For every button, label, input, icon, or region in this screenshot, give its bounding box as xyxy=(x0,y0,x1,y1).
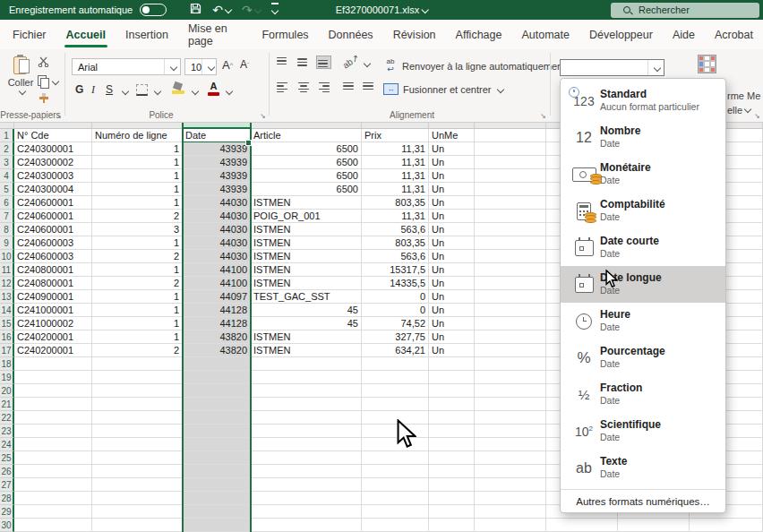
cell[interactable]: Un xyxy=(429,183,475,196)
cell[interactable] xyxy=(92,519,183,532)
cell[interactable] xyxy=(429,505,475,519)
cell[interactable] xyxy=(362,384,429,398)
cell[interactable] xyxy=(251,492,362,505)
cell[interactable] xyxy=(475,465,546,478)
copy-button[interactable] xyxy=(38,75,58,87)
cell[interactable] xyxy=(251,451,362,465)
cell[interactable]: 44030 xyxy=(183,250,251,263)
cell[interactable]: Un xyxy=(429,169,475,183)
orientation-dropdown-icon[interactable] xyxy=(364,60,371,67)
cell[interactable] xyxy=(475,169,546,183)
cell[interactable]: 1 xyxy=(92,290,183,304)
cell[interactable]: 43820 xyxy=(183,330,251,344)
tab-affichage[interactable]: Affichage xyxy=(446,20,512,49)
cell[interactable]: 2 xyxy=(92,210,183,223)
align-middle-icon[interactable] xyxy=(296,56,310,68)
cell[interactable]: 0 xyxy=(362,290,429,304)
cell[interactable]: 11,31 xyxy=(362,169,429,183)
row-header[interactable]: 8 xyxy=(0,223,14,236)
cell[interactable]: POIG_OR_001 xyxy=(251,210,362,223)
cell[interactable]: C240800001 xyxy=(14,277,92,290)
row-header[interactable]: 25 xyxy=(0,451,14,465)
tab-aide[interactable]: Aide xyxy=(663,20,705,49)
cell[interactable]: 44030 xyxy=(183,223,251,236)
orientation-icon[interactable]: ab↗ xyxy=(341,52,361,70)
cell[interactable] xyxy=(183,505,251,519)
font-name-combo[interactable]: Arial xyxy=(72,58,181,75)
cell[interactable] xyxy=(475,183,546,196)
cell[interactable] xyxy=(251,519,362,532)
tab-mise-en-page[interactable]: Mise en page xyxy=(178,20,253,49)
tab-données[interactable]: Données xyxy=(319,20,383,49)
align-right-icon[interactable] xyxy=(317,82,330,93)
cell[interactable] xyxy=(92,411,183,425)
cell[interactable] xyxy=(362,398,429,411)
cell[interactable] xyxy=(475,398,546,411)
cell[interactable] xyxy=(183,357,251,371)
cell[interactable]: 44100 xyxy=(183,263,251,277)
cell[interactable] xyxy=(14,411,92,425)
row-header[interactable]: 3 xyxy=(0,156,14,169)
italic-button[interactable]: I xyxy=(91,83,95,97)
cell[interactable] xyxy=(475,492,546,505)
cell[interactable]: C240800001 xyxy=(14,263,92,277)
cell[interactable] xyxy=(92,438,183,451)
cell[interactable]: 6500 xyxy=(251,142,362,156)
cell[interactable] xyxy=(183,371,251,384)
align-left-icon[interactable] xyxy=(276,82,289,93)
cell[interactable] xyxy=(92,384,183,398)
cell[interactable] xyxy=(475,317,546,330)
row-header[interactable]: 12 xyxy=(0,277,14,290)
cell[interactable]: 11,31 xyxy=(362,210,429,223)
select-all-corner[interactable] xyxy=(0,123,14,129)
tab-révision[interactable]: Révision xyxy=(383,20,446,49)
row-header[interactable]: 18 xyxy=(0,357,14,371)
cell[interactable]: Un xyxy=(429,250,475,263)
cell[interactable] xyxy=(475,304,546,317)
cell[interactable] xyxy=(14,384,92,398)
menu-item-monétaire[interactable]: MonétaireDate xyxy=(561,156,725,193)
cell[interactable] xyxy=(475,156,546,169)
tab-automate[interactable]: Automate xyxy=(511,20,579,49)
underline-button[interactable]: S xyxy=(106,83,113,96)
cell[interactable] xyxy=(429,438,475,451)
row-header[interactable]: 6 xyxy=(0,196,14,210)
save-icon[interactable] xyxy=(190,3,201,16)
cell[interactable] xyxy=(362,519,429,532)
cell[interactable] xyxy=(429,384,475,398)
cell[interactable] xyxy=(92,465,183,478)
cell[interactable] xyxy=(251,425,362,438)
column-header[interactable] xyxy=(251,123,362,129)
cell[interactable] xyxy=(429,357,475,371)
cell[interactable]: Un xyxy=(429,330,475,344)
alignment-dialog-launcher-icon[interactable]: ↘ xyxy=(540,112,546,120)
column-header[interactable] xyxy=(475,123,546,129)
quick-access-more-icon[interactable] xyxy=(271,3,279,16)
cell[interactable]: Un xyxy=(429,317,475,330)
cell[interactable] xyxy=(183,465,251,478)
cell[interactable] xyxy=(14,425,92,438)
cell[interactable]: C240200001 xyxy=(14,344,92,357)
cell[interactable]: 11,31 xyxy=(362,183,429,196)
cell[interactable] xyxy=(475,129,546,142)
align-bottom-icon[interactable] xyxy=(317,56,330,68)
cell[interactable] xyxy=(362,478,429,492)
font-color-button[interactable]: A xyxy=(208,82,219,96)
merge-center-button[interactable]: ↔ Fusionner et centrer xyxy=(383,83,503,95)
cell[interactable] xyxy=(362,411,429,425)
cell[interactable] xyxy=(251,411,362,425)
cell[interactable]: ISTMEN xyxy=(251,223,362,236)
row-header[interactable]: 15 xyxy=(0,317,14,330)
row-header[interactable]: 10 xyxy=(0,250,14,263)
font-size-combo[interactable]: 10 xyxy=(184,58,217,75)
menu-item-heure[interactable]: HeureDate xyxy=(561,303,725,339)
decrease-font-size-button[interactable]: Aˇ xyxy=(240,58,249,71)
redo-button[interactable]: ↷ xyxy=(242,4,261,16)
cell[interactable]: 43939 xyxy=(183,183,251,196)
row-header[interactable]: 21 xyxy=(0,398,14,411)
cell[interactable] xyxy=(475,210,546,223)
cell[interactable]: C240300003 xyxy=(14,169,92,183)
cell[interactable]: C240300002 xyxy=(14,156,92,169)
fill-color-dropdown-icon[interactable] xyxy=(192,88,199,95)
cell[interactable]: 44128 xyxy=(183,304,251,317)
